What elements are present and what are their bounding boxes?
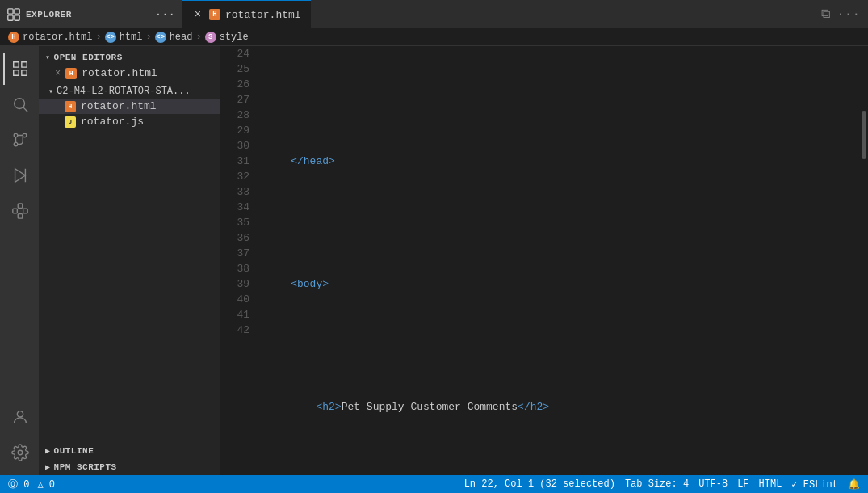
breadcrumb-html[interactable]: <> html bbox=[105, 32, 143, 43]
svg-point-16 bbox=[18, 450, 23, 455]
scrollbar-thumb[interactable] bbox=[862, 111, 866, 159]
line-num-35: 35 bbox=[220, 215, 249, 230]
explorer-more-button[interactable]: ··· bbox=[155, 8, 175, 21]
svg-line-5 bbox=[23, 107, 27, 112]
status-tab-size[interactable]: Tab Size: 4 bbox=[625, 478, 689, 490]
line-num-26: 26 bbox=[220, 77, 249, 92]
activity-extensions[interactable] bbox=[3, 195, 36, 227]
open-editors-list: × H rotator.html bbox=[39, 65, 220, 81]
outline-arrow: ▶ bbox=[45, 446, 51, 456]
activity-explorer[interactable] bbox=[3, 53, 36, 85]
breadcrumb-sep-1: › bbox=[95, 32, 101, 43]
code-line-24 bbox=[262, 92, 857, 107]
tree-js-label: rotator.js bbox=[81, 116, 144, 128]
tab-actions: ⧉ ··· bbox=[821, 6, 868, 22]
folder-arrow: ▾ bbox=[48, 86, 53, 96]
line-num-37: 37 bbox=[220, 246, 249, 261]
line-num-28: 28 bbox=[220, 107, 249, 123]
breadcrumb: H rotator.html › <> html › <> head › S s… bbox=[0, 28, 868, 46]
tab-file-icon: H bbox=[209, 9, 220, 20]
breadcrumb-head[interactable]: <> head bbox=[155, 32, 193, 43]
npm-arrow: ▶ bbox=[45, 462, 51, 472]
breadcrumb-head-icon: <> bbox=[155, 32, 166, 43]
line-num-42: 42 bbox=[220, 322, 249, 338]
tree-html-icon: H bbox=[65, 101, 76, 112]
npm-label: NPM SCRIPTS bbox=[54, 462, 117, 472]
svg-point-7 bbox=[23, 133, 27, 137]
line-num-32: 32 bbox=[220, 169, 249, 184]
code-line-26 bbox=[262, 215, 857, 230]
svg-rect-13 bbox=[18, 214, 23, 219]
line-num-36: 36 bbox=[220, 230, 249, 246]
sidebar-header: EXPLORER ··· bbox=[0, 7, 182, 22]
tree-item-js[interactable]: J rotator.js bbox=[39, 114, 220, 129]
line-num-34: 34 bbox=[220, 200, 249, 215]
sidebar-bottom: ▶ OUTLINE ▶ NPM SCRIPTS bbox=[39, 443, 220, 475]
activity-run[interactable] bbox=[3, 159, 36, 192]
status-position[interactable]: Ln 22, Col 1 (32 selected) bbox=[464, 478, 615, 490]
status-errors[interactable]: ⓪ 0 bbox=[8, 478, 29, 491]
folder-name-label: C2-M4-L2-ROTATOR-STA... bbox=[57, 86, 191, 97]
activity-bar bbox=[0, 46, 39, 475]
outline-header[interactable]: ▶ OUTLINE bbox=[39, 443, 220, 459]
breadcrumb-style[interactable]: S style bbox=[205, 32, 249, 43]
status-line-ending[interactable]: LF bbox=[737, 478, 748, 490]
status-bar: ⓪ 0 △ 0 Ln 22, Col 1 (32 selected) Tab S… bbox=[0, 475, 868, 493]
breadcrumb-sep-3: › bbox=[195, 32, 201, 43]
breadcrumb-style-icon: S bbox=[205, 32, 216, 43]
open-editor-filename: rotator.html bbox=[82, 67, 157, 79]
status-language[interactable]: HTML bbox=[759, 478, 782, 490]
svg-rect-14 bbox=[23, 209, 27, 213]
status-eslint[interactable]: ✓ ESLint bbox=[791, 478, 838, 491]
line-num-31: 31 bbox=[220, 154, 249, 169]
more-actions-button[interactable]: ··· bbox=[837, 7, 860, 22]
app-icon bbox=[6, 7, 21, 22]
tab-close-button[interactable]: × bbox=[191, 8, 204, 21]
explorer-title: EXPLORER bbox=[26, 10, 72, 19]
split-editor-button[interactable]: ⧉ bbox=[821, 6, 830, 22]
open-editors-arrow: ▾ bbox=[45, 53, 51, 62]
tree-item-html[interactable]: H rotator.html bbox=[39, 99, 220, 114]
svg-rect-11 bbox=[13, 209, 18, 213]
line-num-29: 29 bbox=[220, 123, 249, 138]
line-num-33: 33 bbox=[220, 184, 249, 200]
activity-account[interactable] bbox=[3, 401, 36, 433]
npm-scripts-header[interactable]: ▶ NPM SCRIPTS bbox=[39, 459, 220, 475]
breadcrumb-sep-2: › bbox=[145, 32, 151, 43]
breadcrumb-file-label: rotator.html bbox=[23, 32, 92, 43]
breadcrumb-file[interactable]: H rotator.html bbox=[8, 32, 92, 43]
status-warnings[interactable]: △ 0 bbox=[37, 478, 55, 491]
line-num-40: 40 bbox=[220, 292, 249, 307]
open-editors-header[interactable]: ▾ OPEN EDITORS bbox=[39, 49, 220, 65]
activity-search[interactable] bbox=[3, 88, 36, 120]
status-bell[interactable]: 🔔 bbox=[848, 478, 860, 491]
breadcrumb-html-tag-icon: <> bbox=[105, 32, 116, 43]
editor-tab[interactable]: × H rotator.html bbox=[182, 0, 311, 28]
activity-source-control[interactable] bbox=[3, 124, 36, 156]
open-editor-item[interactable]: × H rotator.html bbox=[39, 65, 220, 81]
svg-rect-1 bbox=[15, 8, 19, 13]
open-editor-file-icon: H bbox=[65, 68, 77, 79]
vertical-scrollbar[interactable] bbox=[857, 46, 868, 475]
svg-point-8 bbox=[14, 142, 18, 146]
outline-label: OUTLINE bbox=[54, 446, 94, 456]
editor-area[interactable]: 24 25 26 27 28 29 30 31 32 33 34 35 36 3… bbox=[220, 46, 868, 475]
open-editor-close[interactable]: × bbox=[55, 68, 61, 79]
folder-root[interactable]: ▾ C2-M4-L2-ROTATOR-STA... bbox=[39, 84, 220, 99]
code-line-28 bbox=[262, 338, 857, 353]
status-right: Ln 22, Col 1 (32 selected) Tab Size: 4 U… bbox=[464, 478, 860, 491]
code-line-29: <h2>Pet Supply Customer Comments</h2> bbox=[262, 399, 857, 415]
svg-point-6 bbox=[14, 133, 18, 137]
line-num-25: 25 bbox=[220, 61, 249, 77]
line-num-41: 41 bbox=[220, 307, 249, 322]
svg-rect-0 bbox=[8, 8, 13, 13]
tree-html-label: rotator.html bbox=[81, 100, 157, 112]
code-editor[interactable]: </head> <body> <h2>Pet Supply Customer C… bbox=[262, 46, 857, 475]
line-num-27: 27 bbox=[220, 92, 249, 107]
breadcrumb-html-icon: H bbox=[8, 32, 19, 43]
tab-filename: rotator.html bbox=[225, 9, 301, 21]
tree-js-icon: J bbox=[65, 116, 76, 128]
svg-point-4 bbox=[15, 99, 25, 109]
activity-settings[interactable] bbox=[3, 436, 36, 469]
status-encoding[interactable]: UTF-8 bbox=[698, 478, 728, 490]
